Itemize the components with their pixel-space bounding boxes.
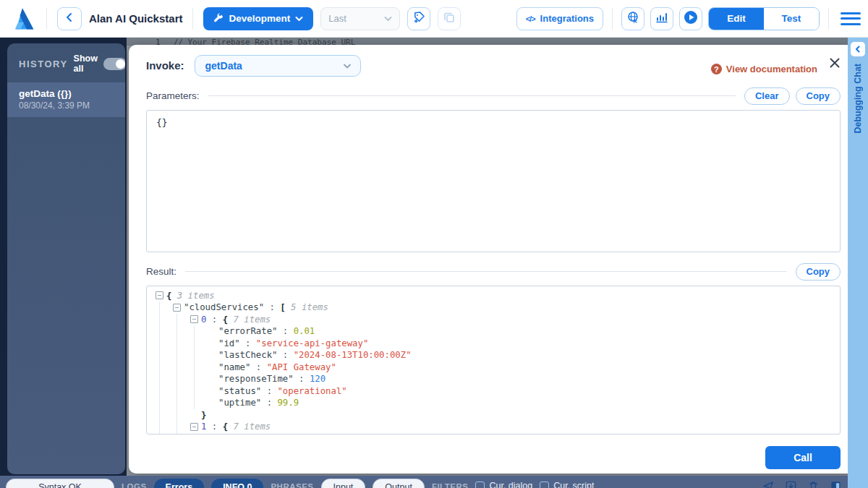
indent-guide <box>190 385 208 398</box>
indent-spacer <box>208 385 218 398</box>
chevron-left-icon <box>64 12 75 25</box>
invoke-dialog: Invoke: getData View documentation <box>129 45 858 474</box>
menu-icon[interactable] <box>841 11 861 27</box>
parameters-input[interactable]: {} <box>146 110 841 252</box>
language-globe-button[interactable]: R <box>621 7 644 30</box>
json-token-float: 99.9 <box>277 397 299 409</box>
left-rail: HISTORY Show all getData ({}) 08/30/24, … <box>0 38 127 476</box>
clear-parameters-button[interactable]: Clear <box>744 87 790 105</box>
indent-guide <box>173 433 190 435</box>
close-dialog-button[interactable] <box>829 56 841 71</box>
indent-guide <box>156 301 173 314</box>
syntax-status-badge: Syntax OK <box>6 479 114 488</box>
play-circle-icon <box>684 10 698 27</box>
json-token-key: "responseTime" <box>218 373 294 385</box>
json-token-punct: : <box>240 338 256 350</box>
analytics-button[interactable] <box>650 7 673 30</box>
errors-tab[interactable]: Errors <box>154 479 205 488</box>
collapse-toggle-icon[interactable] <box>173 304 181 312</box>
test-tab[interactable]: Test <box>764 8 819 30</box>
indent-guide <box>156 421 173 433</box>
result-label: Result: <box>146 266 176 277</box>
json-token-str: "operational" <box>277 385 346 398</box>
call-button[interactable]: Call <box>765 446 841 469</box>
wrench-icon <box>213 12 224 25</box>
json-token-key: "uptime" <box>218 397 261 409</box>
divider <box>46 8 47 30</box>
indent-spacer <box>208 373 218 385</box>
history-item[interactable]: getData ({}) 08/30/24, 3:39 PM <box>7 82 125 117</box>
collapse-toggle-icon[interactable] <box>190 315 198 323</box>
edit-tab[interactable]: Edit <box>709 8 764 30</box>
json-token-items: 7 items <box>228 421 271 433</box>
integrations-button[interactable]: </> Integrations <box>516 7 603 30</box>
environment-dropdown-button[interactable]: Development <box>203 7 313 30</box>
json-token-brace: { <box>166 290 171 302</box>
result-tree-line: "lastCheck" : "2024-08-13T10:00:00Z" <box>156 349 831 361</box>
result-tree-line: "name" : "API Gateway" <box>156 361 831 374</box>
indent-guide <box>190 373 208 385</box>
json-token-key: "id" <box>218 338 240 350</box>
indent-guide <box>156 409 173 421</box>
chevron-left-icon <box>854 43 861 56</box>
json-token-index: 1 <box>201 421 206 433</box>
divider <box>208 95 736 96</box>
project-title: Alan AI Quickstart <box>89 12 182 25</box>
collapse-toggle-icon[interactable] <box>190 423 198 431</box>
json-token-key: "errorRate" <box>218 325 277 338</box>
indent-guide <box>156 385 173 398</box>
collapse-toggle-icon[interactable] <box>156 291 163 299</box>
json-token-brace: { <box>223 421 228 433</box>
info-tab[interactable]: INFO 0 <box>211 479 263 488</box>
download-log-icon[interactable] <box>785 480 797 488</box>
show-all-toggle[interactable] <box>103 58 125 70</box>
duplicate-version-button <box>438 7 461 30</box>
divider <box>828 8 829 30</box>
show-all-label: Show all <box>74 53 98 74</box>
debugging-chat-label: Debugging Chat <box>853 64 863 134</box>
json-token-float: 0.02 <box>294 433 315 435</box>
result-tree-line: "errorRate" : 0.01 <box>156 325 831 338</box>
indent-guide <box>190 325 208 338</box>
indent-guide <box>173 421 190 433</box>
indent-spacer <box>208 433 218 435</box>
input-tab[interactable]: Input <box>321 479 366 488</box>
output-tab[interactable]: Output <box>373 479 425 488</box>
copy-parameters-button[interactable]: Copy <box>796 87 841 105</box>
copy-result-button[interactable]: Copy <box>796 263 841 281</box>
back-button[interactable] <box>57 7 82 30</box>
indent-guide <box>173 361 190 374</box>
json-token-key: "lastCheck" <box>218 349 277 361</box>
indent-guide <box>173 385 190 398</box>
filters-label: FILTERS <box>432 482 469 488</box>
view-documentation-link[interactable]: View documentation <box>711 64 817 74</box>
invoke-method-select[interactable]: getData <box>195 55 361 77</box>
result-tree-line: "responseTime" : 120 <box>156 373 831 385</box>
indent-guide <box>190 433 208 435</box>
toggle-knob <box>116 59 125 69</box>
logs-label: LOGS <box>122 482 147 488</box>
json-token-key: "name" <box>218 361 250 374</box>
open-chat-button[interactable] <box>851 42 865 56</box>
editor-backdrop: 1 // Your Firebase Realtime Database URL… <box>127 38 868 476</box>
checkbox-icon <box>540 481 549 488</box>
expand-panel-icon[interactable] <box>830 480 842 488</box>
version-select[interactable]: Last <box>320 7 400 30</box>
json-token-float: 0.01 <box>294 325 315 338</box>
send-log-icon[interactable] <box>762 480 775 488</box>
json-token-punct: : <box>277 349 293 361</box>
run-button[interactable] <box>679 7 702 30</box>
json-token-key: "errorRate" <box>218 433 277 435</box>
add-version-tag-button[interactable] <box>407 7 430 30</box>
indent-spacer <box>208 361 218 374</box>
cur-dialog-checkbox[interactable]: Cur. dialog <box>475 481 532 488</box>
json-token-str: "2024-08-13T10:00:00Z" <box>294 349 412 361</box>
indent-guide <box>173 325 190 338</box>
svg-text:R: R <box>634 18 637 23</box>
indent-guide <box>190 361 208 374</box>
clear-log-trash-icon[interactable] <box>807 480 820 488</box>
json-token-punct: : <box>261 397 277 409</box>
result-tree-line: 0 : { 7 items <box>156 314 831 326</box>
cur-script-checkbox[interactable]: Cur. script <box>540 481 594 488</box>
indent-spacer <box>190 409 201 421</box>
